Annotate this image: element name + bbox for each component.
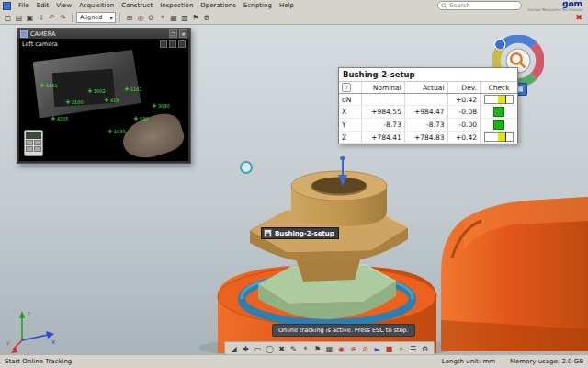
circle-select-icon[interactable]: ◯: [265, 344, 275, 354]
camera-point: +1161: [124, 86, 142, 93]
app-icon[interactable]: [3, 2, 11, 10]
menu-item-file[interactable]: File: [15, 1, 33, 10]
menu-item-inspection[interactable]: Inspection: [156, 1, 197, 10]
alignment-dropdown[interactable]: Aligned ▾: [76, 12, 116, 23]
menu-item-edit[interactable]: Edit: [33, 1, 53, 10]
controller-button[interactable]: [34, 140, 41, 145]
menu-item-view[interactable]: View: [52, 1, 75, 10]
3d-viewport[interactable]: CAMERA ❐✖ Left camera: [0, 24, 588, 355]
check-cell: [481, 106, 518, 119]
camera-point: +3030: [152, 103, 170, 109]
open-project-icon[interactable]: ▤: [14, 13, 24, 23]
fit-view-icon[interactable]: ⊞: [124, 13, 134, 23]
settings-icon[interactable]: ⚙: [201, 13, 211, 23]
zoom-icon[interactable]: ◎: [135, 13, 145, 23]
snap-icon[interactable]: ✶: [396, 344, 406, 354]
rect-select-icon[interactable]: ▭: [253, 344, 263, 354]
camera-point: +419: [104, 98, 119, 104]
save-project-icon[interactable]: ▣: [25, 13, 35, 23]
draw-tool-icon[interactable]: ✎: [288, 344, 299, 354]
nav-badge-icon[interactable]: [495, 40, 505, 50]
table-row-x[interactable]: X+984.55+984.47-0.08: [339, 106, 517, 119]
camera-panel-titlebar[interactable]: CAMERA ❐✖: [17, 29, 190, 39]
add-target-icon[interactable]: ⊕: [348, 344, 358, 354]
close-view-button[interactable]: ✖: [572, 13, 585, 22]
camera-panel-buttons: ❐✖: [169, 29, 187, 38]
camera-tool-icon[interactable]: [178, 40, 186, 48]
close-panel-icon[interactable]: ✖: [179, 29, 187, 38]
stop-icon[interactable]: ■: [384, 344, 394, 354]
status-left-text[interactable]: Start Online Tracking: [5, 358, 72, 365]
nav-segment-right[interactable]: [534, 45, 540, 76]
flag-tool-icon[interactable]: ⚑: [312, 344, 322, 354]
camera-point: +1002: [87, 88, 106, 95]
deviation-value: +0.42: [447, 94, 481, 106]
row-name: X: [339, 106, 362, 119]
layers-icon[interactable]: ▦: [168, 13, 178, 23]
check-cell: [481, 94, 518, 106]
table-row-z[interactable]: Z+784.41+784.83+0.42: [339, 132, 517, 144]
element-label[interactable]: ▣ Bushing-2-setup: [261, 227, 339, 239]
undo-icon[interactable]: ↶: [47, 13, 57, 23]
camera-name-label: Left camera: [22, 40, 58, 48]
tracking-controller[interactable]: [24, 130, 43, 156]
menu-item-operations[interactable]: Operations: [197, 1, 239, 10]
report-icon[interactable]: ▥: [179, 13, 189, 23]
grid-tool-icon[interactable]: ▦: [324, 344, 334, 354]
record-icon[interactable]: ◉: [336, 344, 346, 354]
deviation-value: +0.42: [447, 132, 481, 144]
toolbar-group-left: ▢▤▣⇩↶↷: [3, 13, 68, 23]
inspection-title: Bushing-2-setup: [339, 68, 517, 82]
column-header-check: Check: [481, 82, 518, 94]
nav-segment-top[interactable]: [503, 39, 534, 45]
menu-item-construct[interactable]: Construct: [118, 1, 156, 10]
measure-icon[interactable]: ⌖: [157, 13, 167, 23]
rotate-view-icon[interactable]: ⟳: [146, 13, 156, 23]
rotation-center-icon: [241, 162, 252, 173]
new-project-icon[interactable]: ▢: [3, 13, 13, 23]
tracking-status-tooltip: Online tracking is active. Press ESC to …: [272, 324, 415, 337]
redo-icon[interactable]: ↷: [58, 13, 68, 23]
deselect-icon[interactable]: ✖: [277, 344, 287, 354]
menu-item-scripting[interactable]: Scripting: [240, 1, 276, 10]
tool-settings-icon[interactable]: ⚙: [420, 344, 430, 354]
camera-point: +4305: [51, 116, 69, 122]
camera-tool-icon[interactable]: [160, 40, 167, 48]
camera-image[interactable]: Left camera +1161+2100+1002+419+1161+430: [19, 39, 188, 161]
check-pass-indicator: [493, 107, 504, 117]
controller-button[interactable]: [26, 146, 33, 152]
table-row-dn[interactable]: dN+0.42: [339, 94, 517, 106]
search-input[interactable]: Search: [437, 1, 522, 10]
remove-target-icon[interactable]: ⊘: [360, 344, 370, 354]
camera-panel-title: CAMERA: [30, 30, 55, 38]
machine-part-right[interactable]: [441, 197, 588, 351]
status-bar: Start Online Tracking Length unit: mm Me…: [0, 354, 588, 368]
nominal-value: +984.55: [362, 106, 405, 119]
controller-buttons: [26, 140, 41, 152]
pointer-tool-icon[interactable]: ◢: [229, 344, 239, 354]
target-tool-icon[interactable]: ⌖: [300, 344, 311, 354]
menu-item-help[interactable]: Help: [276, 1, 298, 10]
float-panel-icon[interactable]: ❐: [169, 29, 177, 38]
camera-icon: [20, 30, 28, 38]
add-point-icon[interactable]: ✚: [241, 344, 251, 354]
status-right: Length unit: mm Memory usage: 2.0 GB: [442, 358, 583, 365]
deviation-value: -0.08: [447, 106, 481, 119]
controller-button[interactable]: [26, 140, 33, 145]
camera-panel[interactable]: CAMERA ❐✖ Left camera: [17, 28, 191, 164]
table-row-y[interactable]: Y-8.73-8.73-0.00: [339, 119, 517, 132]
bushing-part[interactable]: [250, 171, 408, 282]
play-icon[interactable]: ►: [372, 344, 382, 354]
camera-view-hand: [118, 109, 187, 161]
search-icon: [441, 3, 447, 9]
camera-point: +1161: [40, 83, 58, 89]
import-icon[interactable]: ⇩: [36, 13, 46, 23]
flag-icon[interactable]: ⚑: [190, 13, 200, 23]
controller-button[interactable]: [34, 146, 41, 152]
list-icon[interactable]: ☰: [408, 344, 418, 354]
menu-item-acquisition[interactable]: Acquisition: [75, 1, 118, 10]
inspection-result-popup[interactable]: Bushing-2-setup i NominalActualDev.Check…: [338, 67, 518, 144]
inspection-table-header-row: i NominalActualDev.Check: [339, 82, 517, 94]
check-pass-indicator: [493, 120, 504, 130]
camera-tool-icon[interactable]: [169, 40, 176, 48]
